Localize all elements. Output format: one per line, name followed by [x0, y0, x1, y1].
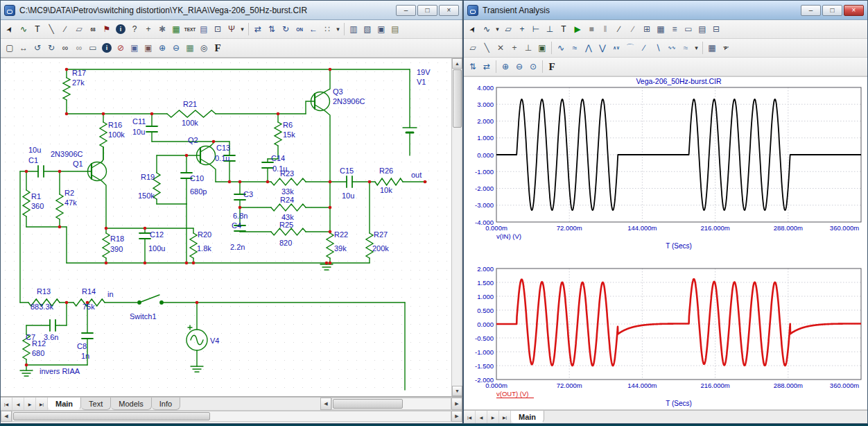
rotate-icon[interactable]: ↻ — [279, 22, 293, 37]
step-back-icon[interactable]: ← — [306, 22, 320, 37]
flip-vertical-icon[interactable]: ⇅ — [265, 22, 279, 37]
zoom-select-icon[interactable]: ⊙ — [526, 60, 540, 74]
grid-table-icon[interactable]: ▦ — [705, 41, 719, 56]
schematic-hscrollbar[interactable]: ◀ ▶ — [1, 410, 462, 422]
flip-horizontal-icon[interactable]: ⇄ — [251, 22, 265, 37]
text-mode-icon[interactable]: T — [31, 22, 44, 37]
grid-dots-icon[interactable]: ∷ — [320, 22, 334, 37]
minimize-button[interactable]: – — [396, 5, 416, 16]
anchor-tag-icon[interactable]: ⊥ — [521, 41, 535, 56]
tab-text[interactable]: Text — [81, 398, 111, 410]
file-options-icon[interactable]: ▤ — [388, 22, 402, 37]
wave-fall-icon[interactable]: ∖ — [651, 41, 665, 56]
scroll-down-button[interactable]: ▼ — [452, 386, 462, 396]
shape-tool-icon[interactable]: ▱ — [466, 41, 480, 56]
nav-first-button[interactable]: |◀ — [464, 411, 476, 423]
vscroll-track[interactable] — [452, 128, 462, 386]
tab-hscrollbar[interactable]: ◀ ▶ — [320, 398, 462, 410]
vscroll-thumb[interactable] — [453, 69, 462, 128]
maximize-button[interactable]: □ — [417, 5, 437, 16]
stacked-plots-icon[interactable]: ≡ — [668, 22, 682, 37]
tab-hscroll-thumb[interactable] — [333, 399, 403, 409]
slope-tool-icon[interactable]: ∕ — [612, 22, 626, 37]
analysis-titlebar[interactable]: Transient Analysis –□× — [464, 1, 867, 20]
schematic-vscrollbar[interactable]: ▲ ▼ — [451, 58, 462, 396]
binoculars-find-next-icon[interactable]: ∞ — [72, 41, 86, 56]
help-mode-icon[interactable]: ? — [128, 22, 141, 37]
display-monitor-icon[interactable]: ▭ — [86, 41, 100, 56]
text-tool-icon[interactable]: T — [557, 22, 571, 37]
window-pointer-icon[interactable]: ▣ — [374, 22, 388, 37]
vertical-tag-icon[interactable]: ⊥ — [543, 22, 557, 37]
checkbox-icon[interactable]: ▣ — [535, 41, 549, 56]
wire-mode-icon[interactable]: ∿ — [17, 22, 31, 37]
close-button[interactable]: × — [439, 5, 459, 16]
maximize-button[interactable]: □ — [822, 5, 842, 16]
nav-prev-button[interactable]: ◀ — [476, 411, 487, 423]
grid-dropdown-caret[interactable]: ▾ — [334, 22, 342, 37]
schematic-titlebar[interactable]: C:\MC9\DATA\Petrov\switching distortion\… — [1, 1, 462, 20]
data-table-icon[interactable]: ⊟ — [709, 22, 723, 37]
cut-tool-icon[interactable]: ✕ — [494, 41, 507, 56]
tab-main[interactable]: Main — [511, 411, 544, 423]
minimize-button[interactable]: – — [801, 5, 821, 16]
binoculars-find-icon[interactable]: ∞ — [58, 41, 72, 56]
cancel-circle-icon[interactable]: ⊘ — [114, 41, 128, 56]
zoom-out-icon[interactable]: ⊖ — [512, 60, 526, 74]
region-select-icon[interactable]: ▢ — [3, 41, 17, 56]
tab-models[interactable]: Models — [111, 398, 151, 410]
wave-updown-icon[interactable]: ∧∨ — [609, 41, 623, 56]
copy-page-icon[interactable]: ▣ — [128, 41, 141, 56]
stop-icon[interactable]: ■ — [584, 22, 598, 37]
zoom-region-icon[interactable]: ⊡ — [211, 22, 225, 37]
flag-icon[interactable]: ⚑ — [100, 22, 114, 37]
scroll-up-button[interactable]: ▲ — [452, 58, 462, 69]
hscroll-track[interactable] — [12, 411, 451, 422]
text-box-icon[interactable]: TEXT — [183, 22, 197, 37]
graphics-tool-icon[interactable]: ▱ — [72, 22, 86, 37]
slope-tool-alt-icon[interactable]: ∕ — [626, 22, 640, 37]
copy-page-alt-icon[interactable]: ▣ — [141, 41, 155, 56]
run-icon[interactable]: ▶ — [571, 22, 584, 37]
stretch-icon[interactable]: ↔ — [17, 41, 31, 56]
analysis-plots[interactable]: 4.0003.0002.0001.0000.000-1.000-2.000-3.… — [465, 78, 867, 409]
numeric-output-icon[interactable]: ▤ — [695, 22, 709, 37]
y-axis-tool-icon[interactable]: ⇅ — [466, 60, 480, 74]
cascade-windows-icon[interactable]: ▧ — [361, 22, 374, 37]
polyline-tool-icon[interactable]: ╲ — [480, 41, 494, 56]
nav-first-button[interactable]: |◀ — [1, 398, 12, 410]
scope-dropdown-caret[interactable]: ▾ — [494, 22, 501, 37]
info-circle-icon[interactable]: i — [102, 43, 112, 53]
zoom-in-icon[interactable]: ⊕ — [498, 60, 512, 74]
wave-peak-icon[interactable]: ⋀ — [582, 41, 596, 56]
paste-icon[interactable]: ▤ — [197, 22, 211, 37]
line-tool-icon[interactable]: ∕ — [58, 22, 72, 37]
cursor-mode-icon[interactable]: + — [515, 22, 529, 37]
settings-gear-icon[interactable]: ✱ — [155, 22, 169, 37]
wave-valley-icon[interactable]: ⋁ — [596, 41, 609, 56]
hscroll-left-button[interactable]: ◀ — [1, 411, 12, 422]
wave-dropdown-caret[interactable]: ▾ — [693, 41, 700, 56]
pin-tag-icon[interactable]: + — [507, 41, 521, 56]
font-icon[interactable]: F — [545, 60, 559, 74]
wave-double-sine-icon[interactable]: ≈ — [568, 41, 582, 56]
font-icon[interactable]: F — [211, 41, 225, 56]
pause-icon[interactable]: ‖ — [598, 22, 612, 37]
tab-info[interactable]: Info — [152, 398, 180, 410]
hscroll-right-button[interactable]: ▶ — [451, 411, 462, 422]
wave-arc-icon[interactable]: ⌒ — [623, 41, 637, 56]
diagonal-wire-icon[interactable]: ╲ — [44, 22, 58, 37]
nav-next-button[interactable]: ▶ — [487, 411, 499, 423]
component-value-icon[interactable]: 68 — [86, 22, 100, 37]
close-button[interactable]: × — [844, 5, 864, 16]
p-key-icon[interactable]: 'P' — [719, 41, 733, 56]
x-axis-tool-icon[interactable]: ⇄ — [480, 60, 494, 74]
image-icon[interactable]: ▦ — [183, 41, 197, 56]
waveform-window-icon[interactable]: ▱ — [501, 22, 515, 37]
schematic-canvas[interactable]: R1727kR16100kC1110uR21100kR615kQ32N3906C… — [1, 58, 451, 398]
nav-last-button[interactable]: ▶| — [499, 411, 511, 423]
globe-icon[interactable]: ◎ — [197, 41, 211, 56]
toggle-on-icon[interactable]: ON — [293, 22, 306, 37]
probe-icon[interactable]: Ψ — [225, 22, 238, 37]
zoom-out-icon[interactable]: ⊖ — [169, 41, 183, 56]
